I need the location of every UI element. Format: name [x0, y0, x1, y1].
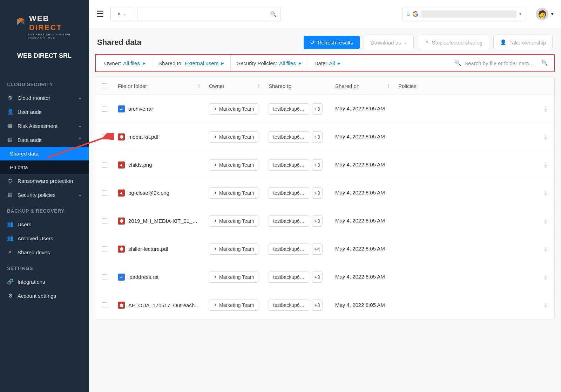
row-more-button[interactable]: ⋮: [542, 133, 550, 141]
row-more-button[interactable]: ⋮: [542, 105, 550, 113]
stop-sharing-button[interactable]: ⚬ Stop selected sharing: [418, 36, 489, 49]
filter-date[interactable]: Date: All ▶: [308, 55, 347, 71]
sidebar-item-label: Ransomware protection: [18, 178, 73, 184]
owner-label: Marketing Team: [219, 302, 254, 308]
row-checkbox[interactable]: [102, 246, 107, 252]
select-all-checkbox[interactable]: [102, 83, 107, 89]
sort-icon: ▲▼: [198, 84, 201, 89]
sidebar-item-users[interactable]: 👥 Users: [0, 217, 89, 231]
hamburger-button[interactable]: ☰: [96, 9, 104, 19]
owner-label: Marketing Team: [219, 274, 254, 280]
shared-to-extra[interactable]: +4: [312, 243, 323, 255]
col-shared-on-label: Shared on: [335, 83, 359, 89]
col-shared-to[interactable]: Shared to: [264, 83, 331, 89]
filter-search[interactable]: 🔍 🔍: [451, 60, 552, 66]
sidebar-item-shared-data[interactable]: Shared data: [0, 147, 89, 160]
chevron-down-icon: ⌄: [404, 40, 407, 45]
table-row[interactable]: ⬢ 2019_MH_MEDIA-KIT_01_… ⚬ Marketing Tea…: [95, 207, 554, 235]
sort-icon: ▲▼: [387, 84, 390, 89]
owner-chip[interactable]: ⚬ Marketing Team: [209, 300, 258, 311]
col-shared-on[interactable]: Shared on ▲▼: [331, 83, 394, 89]
filter-search-input[interactable]: [465, 60, 538, 66]
table-row[interactable]: ▲ childs.png ⚬ Marketing Team testbackup…: [95, 151, 554, 179]
owner-chip[interactable]: ⚬ Marketing Team: [209, 159, 258, 171]
row-checkbox[interactable]: [102, 134, 107, 140]
shared-to-chip[interactable]: testbackup6…: [269, 131, 309, 143]
table-row[interactable]: ⬢ media-kit.pdf ⚬ Marketing Team testbac…: [95, 123, 554, 151]
sidebar-item-integrations[interactable]: 🔗 Integrations: [0, 275, 89, 289]
owner-chip[interactable]: ⚬ Marketing Team: [209, 271, 258, 283]
table-row[interactable]: ≡ ipaddress.rst ⚬ Marketing Team testbac…: [95, 263, 554, 291]
shared-to-chip[interactable]: testbackup6…: [269, 103, 309, 115]
row-more-button[interactable]: ⋮: [542, 217, 550, 225]
share-network-button[interactable]: ⚬ ⌄: [110, 7, 132, 21]
shared-on-date: May 4, 2022 8:05 AM: [335, 133, 385, 140]
table-row[interactable]: ⬢ AE_OUA_170517_Outreach… ⚬ Marketing Te…: [95, 291, 554, 319]
row-checkbox[interactable]: [102, 162, 107, 168]
section-cloud-security: CLOUD SECURITY: [0, 75, 89, 91]
sidebar-item-label: Shared drives: [18, 249, 50, 255]
row-more-button[interactable]: ⋮: [542, 273, 550, 281]
browser-url-box[interactable]: ⌂ ▾: [403, 7, 525, 21]
sidebar-item-data-audit[interactable]: ▤ Data audit ⌃: [0, 133, 89, 147]
shared-to-extra[interactable]: +3: [312, 300, 323, 311]
owner-chip[interactable]: ⚬ Marketing Team: [209, 187, 258, 199]
shared-to-extra[interactable]: +3: [312, 103, 323, 115]
owner-chip[interactable]: ⚬ Marketing Team: [209, 215, 258, 227]
triangle-right-icon: ▶: [338, 61, 340, 65]
page-title: Shared data: [97, 38, 141, 47]
sidebar-item-label: Users: [18, 221, 31, 227]
col-policies[interactable]: Policies: [394, 83, 447, 89]
row-more-button[interactable]: ⋮: [542, 189, 550, 197]
sidebar-item-shared-drives[interactable]: ⚬ Shared drives: [0, 245, 89, 259]
sidebar-item-user-audit[interactable]: 👤 User audit: [0, 105, 89, 119]
global-search-input[interactable]: [142, 11, 270, 17]
sidebar-item-account-settings[interactable]: ⚙ Account settings: [0, 289, 89, 303]
sidebar-item-pii-data[interactable]: PII data: [0, 160, 89, 174]
download-as-button[interactable]: Download as ⌄: [364, 36, 414, 49]
refresh-button[interactable]: ⟳ Refresh results: [304, 36, 360, 49]
table-row[interactable]: ▲ bg-close@2x.png ⚬ Marketing Team testb…: [95, 179, 554, 207]
table-row[interactable]: ≡ archive.rar ⚬ Marketing Team testbacku…: [95, 95, 554, 123]
row-checkbox[interactable]: [102, 274, 107, 280]
shared-to-chip[interactable]: testbackup6…: [269, 215, 309, 227]
shared-to-extra[interactable]: +3: [312, 131, 323, 143]
sidebar-item-risk-assessment[interactable]: ▦ Risk Assessment ⌄: [0, 119, 89, 133]
table-row[interactable]: ⬢ shiller-lecture.pdf ⚬ Marketing Team t…: [95, 235, 554, 263]
shared-to-extra[interactable]: +3: [312, 187, 323, 199]
sidebar-item-archived-users[interactable]: 👥 Archived Users: [0, 231, 89, 245]
col-owner[interactable]: Owner ▲▼: [205, 83, 264, 89]
filter-shared-to[interactable]: Shared to: External users ▶: [152, 55, 231, 71]
shared-to-extra[interactable]: +3: [312, 215, 323, 227]
owner-chip[interactable]: ⚬ Marketing Team: [209, 103, 258, 115]
shared-to-chip[interactable]: testbackup6…: [269, 300, 309, 311]
filter-owner[interactable]: Owner: All files ▶: [98, 55, 152, 71]
sidebar-item-cloud-monitor[interactable]: ⊕ Cloud monitor ⌄: [0, 91, 89, 105]
sidebar-item-ransomware[interactable]: 🛡 Ransomware protection: [0, 174, 89, 188]
global-search[interactable]: 🔍: [137, 7, 281, 21]
row-more-button[interactable]: ⋮: [542, 301, 550, 309]
table-body: ≡ archive.rar ⚬ Marketing Team testbacku…: [95, 95, 554, 319]
shared-to-extra[interactable]: +3: [312, 159, 323, 171]
filter-policies[interactable]: Security Policies: All files ▶: [231, 55, 308, 71]
profile-menu[interactable]: 🧑 ▾: [536, 8, 553, 20]
col-file[interactable]: File or folder ▲▼: [114, 83, 205, 89]
row-checkbox[interactable]: [102, 190, 107, 196]
row-checkbox[interactable]: [102, 218, 107, 224]
take-ownership-button[interactable]: 👤 Take ownership: [493, 36, 553, 49]
shared-to-chip[interactable]: testbackup6…: [269, 187, 309, 199]
row-checkbox[interactable]: [102, 106, 107, 112]
shared-to-chip[interactable]: testbackup6…: [269, 243, 309, 255]
user-icon: 👤: [7, 109, 13, 115]
row-checkbox[interactable]: [102, 302, 107, 308]
sidebar-item-security-policies[interactable]: ▤ Security policies ⌄: [0, 188, 89, 202]
owner-chip[interactable]: ⚬ Marketing Team: [209, 131, 258, 143]
owner-label: Marketing Team: [219, 218, 254, 224]
shared-to-chip[interactable]: testbackup6…: [269, 159, 309, 171]
shared-to-extra[interactable]: +3: [312, 271, 323, 283]
table-header: File or folder ▲▼ Owner ▲▼ Shared to Sha…: [95, 77, 554, 95]
owner-chip[interactable]: ⚬ Marketing Team: [209, 243, 258, 255]
row-more-button[interactable]: ⋮: [542, 161, 550, 169]
row-more-button[interactable]: ⋮: [542, 245, 550, 253]
shared-to-chip[interactable]: testbackup6…: [269, 271, 309, 283]
